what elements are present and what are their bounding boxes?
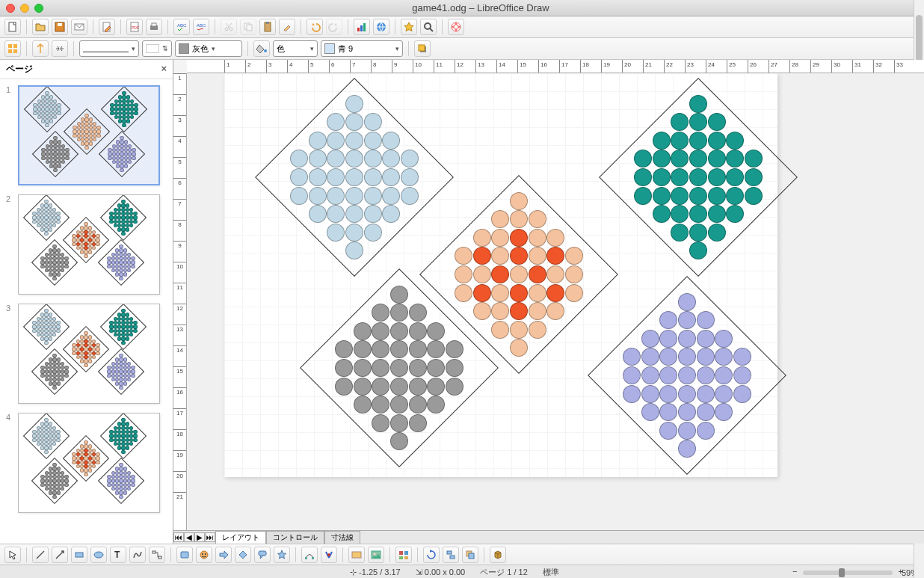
page-thumbnail[interactable] [18, 85, 160, 185]
select-tool-button[interactable] [4, 547, 21, 563]
basic-shapes-button[interactable] [176, 547, 193, 563]
fill-style-dropdown[interactable]: 灰色 ▾ [175, 40, 242, 57]
svg-rect-42 [312, 557, 314, 559]
chevron-down-icon: ▾ [395, 45, 399, 52]
line-style-dropdown[interactable]: ▾ [79, 40, 139, 57]
minimize-window-icon[interactable] [20, 4, 29, 13]
curve-tool-button[interactable] [129, 547, 146, 563]
horizontal-ruler[interactable]: 1234567891011121314151617181920212223242… [187, 60, 924, 73]
help-button[interactable] [448, 19, 464, 35]
callouts-button[interactable] [254, 547, 271, 563]
connector-tool-button[interactable] [149, 547, 165, 563]
grid-toggle-button[interactable] [4, 40, 21, 57]
rect-tool-button[interactable] [71, 547, 87, 563]
guides-button[interactable] [32, 40, 49, 57]
navigator-button[interactable] [401, 19, 417, 35]
page-thumbnail[interactable] [18, 413, 160, 513]
tab-dimension[interactable]: 寸法線 [324, 531, 360, 544]
spellcheck-auto-button[interactable]: ABC [193, 19, 209, 35]
svg-point-21 [425, 23, 431, 29]
tab-next-button[interactable]: ▶ [194, 532, 205, 542]
points-edit-button[interactable] [301, 547, 318, 563]
flowchart-button[interactable] [235, 547, 251, 563]
svg-point-12 [230, 28, 232, 31]
thumb-number: 3 [6, 304, 15, 404]
ellipse-tool-button[interactable] [90, 547, 107, 563]
page-thumbnail[interactable] [18, 194, 160, 295]
save-button[interactable] [52, 19, 68, 35]
arrange-button[interactable] [462, 547, 478, 563]
pages-panel: ページ × 1234 [0, 60, 173, 544]
svg-rect-2 [58, 23, 62, 26]
svg-rect-27 [13, 49, 17, 53]
page-thumbnail[interactable] [18, 304, 160, 404]
hyperlink-button[interactable] [373, 19, 389, 35]
page-indicator: ページ 1 / 12 [480, 567, 528, 578]
zoom-button[interactable] [420, 19, 437, 35]
redo-button[interactable] [326, 19, 342, 35]
svg-text:ABC: ABC [177, 23, 187, 28]
bucket-icon[interactable] [253, 40, 270, 57]
line-color-box[interactable]: ⇅ [142, 40, 172, 57]
snap-button[interactable] [52, 40, 68, 57]
insert-image-button[interactable] [368, 547, 384, 563]
format-toolbar: ▾ ⇅ 灰色 ▾ 色 ▾ 青 9 ▾ [0, 38, 924, 60]
tab-layout[interactable]: レイアウト [215, 531, 266, 544]
copy-button[interactable] [240, 19, 256, 35]
edit-file-button[interactable] [99, 19, 115, 35]
zoom-slider[interactable]: − + [803, 571, 893, 575]
standard-toolbar: PDF ABC ABC [0, 16, 924, 38]
glue-points-button[interactable] [321, 547, 337, 563]
area-color-dropdown[interactable]: 青 9 ▾ [321, 40, 403, 57]
arrow-tool-button[interactable] [52, 547, 68, 563]
rotate-button[interactable] [423, 547, 440, 563]
close-icon[interactable]: × [161, 63, 167, 76]
chevron-down-icon: ▾ [132, 45, 135, 52]
paste-button[interactable] [259, 19, 276, 35]
new-doc-button[interactable] [4, 19, 21, 35]
svg-rect-18 [360, 25, 363, 31]
area-swatch-icon [324, 43, 335, 54]
export-pdf-button[interactable]: PDF [126, 19, 143, 35]
open-button[interactable] [32, 19, 49, 35]
spellcheck-button[interactable]: ABC [173, 19, 190, 35]
svg-rect-40 [259, 551, 266, 556]
page-thumbnails[interactable]: 1234 [0, 79, 173, 544]
line-tool-button[interactable] [32, 547, 49, 563]
pages-panel-title: ページ [6, 63, 33, 76]
gallery-button[interactable] [395, 547, 412, 563]
svg-rect-50 [404, 556, 408, 559]
align-button[interactable] [443, 547, 459, 563]
svg-rect-8 [152, 23, 156, 26]
fontwork-button[interactable] [348, 547, 365, 563]
stars-button[interactable] [274, 547, 290, 563]
text-tool-button[interactable]: T [110, 547, 126, 563]
vertical-ruler[interactable]: 123456789101112131415161718192021 [173, 73, 187, 530]
drawing-page[interactable] [224, 73, 777, 477]
svg-point-32 [94, 552, 103, 558]
format-paintbrush-button[interactable] [279, 19, 295, 35]
drawing-viewport[interactable] [187, 73, 924, 530]
close-window-icon[interactable] [6, 4, 15, 13]
block-arrows-button[interactable] [215, 547, 232, 563]
area-style-dropdown[interactable]: 色 ▾ [273, 40, 318, 57]
3d-button[interactable] [490, 547, 506, 563]
zoom-window-icon[interactable] [34, 4, 43, 13]
tab-controls[interactable]: コントロール [266, 531, 324, 544]
symbol-shapes-button[interactable] [196, 547, 212, 563]
cut-button[interactable] [221, 19, 237, 35]
undo-button[interactable] [307, 19, 323, 35]
tab-last-button[interactable]: ⏭ [205, 532, 215, 542]
object-size: ⇲ 0.00 x 0.00 [416, 568, 466, 577]
email-button[interactable] [71, 19, 87, 35]
svg-rect-14 [247, 25, 252, 31]
tab-first-button[interactable]: ⏮ [173, 532, 184, 542]
canvas-area: 1234567891011121314151617181920212223242… [173, 60, 924, 544]
window-controls [6, 4, 43, 13]
tab-prev-button[interactable]: ◀ [184, 532, 194, 542]
chart-button[interactable] [354, 19, 370, 35]
svg-point-28 [264, 49, 267, 52]
svg-point-23 [454, 25, 458, 29]
print-button[interactable] [146, 19, 162, 35]
shadow-button[interactable] [414, 40, 431, 57]
